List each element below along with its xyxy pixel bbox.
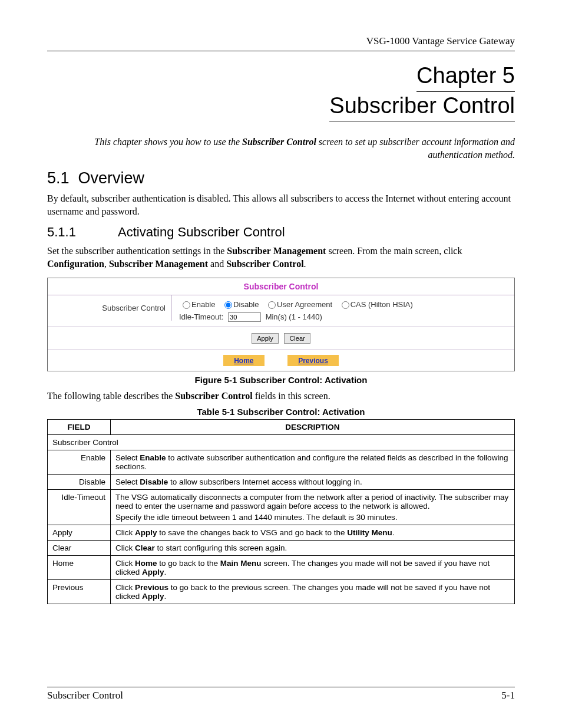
section-5.1-heading: 5.1 Overview [47, 169, 515, 187]
radio-cas-label: CAS (Hilton HSIA) [351, 300, 413, 309]
section-5.1.1-body: Set the subscriber authentication settin… [47, 245, 515, 270]
radio-agreement-input[interactable] [268, 301, 276, 309]
timeout-units: Min(s) (1 - 1440) [266, 312, 322, 321]
figure-link-row: Home Previous [48, 350, 514, 371]
radio-cas-input[interactable] [342, 301, 349, 309]
section-5.1.1-title: Activating Subscriber Control [118, 225, 285, 239]
s11-pre: Set the subscriber authentication settin… [47, 246, 227, 256]
en-post: to activate subscriber authentication an… [115, 453, 508, 471]
section-5.1.1-num: 5.1.1 [47, 225, 118, 240]
td-desc-disable: Select Disable to allow subscribers Inte… [111, 475, 515, 490]
td-desc-previous: Click Previous to go back to the previou… [111, 580, 515, 604]
figure-button-row: Apply Clear [48, 327, 514, 350]
td-span: Subscriber Control [48, 435, 515, 450]
s11-b1: Subscriber Management [227, 246, 326, 256]
s11-m3: and [208, 259, 226, 269]
footer-line: Subscriber Control 5-1 [47, 687, 515, 701]
footer-right: 5-1 [501, 690, 515, 701]
dis-post: to allow subscribers Internet access wit… [168, 477, 362, 486]
chapter-intro: This chapter shows you how to use the Su… [47, 136, 515, 161]
hm-b2: Main Menu [220, 559, 262, 568]
radio-agreement[interactable]: User Agreement [265, 300, 332, 309]
table-row-home: Home Click Home to go back to the Main M… [48, 556, 515, 580]
figure-radio-line: Enable Disable User Agreement CAS (Hilto… [179, 300, 507, 309]
cl-pre: Click [115, 543, 135, 552]
en-b1: Enable [140, 453, 166, 462]
radio-enable-input[interactable] [183, 301, 190, 309]
home-link-block: Home [223, 355, 264, 366]
s11-b3: Subscriber Management [109, 259, 208, 269]
radio-cas[interactable]: CAS (Hilton HSIA) [338, 300, 413, 309]
ap-mid: to save the changes back to VSG and go b… [157, 528, 348, 537]
hm-b1: Home [135, 559, 157, 568]
table-header-row: FIELD DESCRIPTION [48, 420, 515, 435]
header-product: VSG-1000 Vantage Service Gateway [47, 35, 515, 48]
table-row-clear: Clear Click Clear to start configuring t… [48, 541, 515, 556]
footer-left: Subscriber Control [47, 690, 123, 701]
td-field-idle: Idle-Timeout [48, 490, 111, 525]
td-field-apply: Apply [48, 525, 111, 541]
s11-m2: , [104, 259, 109, 269]
figure-5-1: Subscriber Control Subscriber Control En… [47, 278, 515, 371]
intro-suffix: screen to set up subscriber account info… [316, 137, 515, 160]
section-5.1-body: By default, subscriber authentication is… [47, 192, 515, 218]
radio-enable[interactable]: Enable [179, 300, 215, 309]
table-row-disable: Disable Select Disable to allow subscrib… [48, 475, 515, 490]
figure-caption: Figure 5-1 Subscriber Control: Activatio… [47, 375, 515, 385]
s11-end: . [304, 259, 306, 269]
en-pre: Select [115, 453, 140, 462]
chapter-line1: Chapter 5 [416, 62, 515, 92]
figure-row-label: Subscriber Control [48, 295, 172, 321]
figure-timeout-line: Idle-Timeout: Min(s) (1 - 1440) [179, 312, 507, 322]
radio-enable-label: Enable [191, 300, 215, 309]
ap-b2: Utility Menu [347, 528, 392, 537]
ap-b1: Apply [135, 528, 157, 537]
td-desc-apply: Click Apply to save the changes back to … [111, 525, 515, 541]
timeout-input[interactable] [228, 312, 261, 322]
figure-panel-title: Subscriber Control [48, 278, 514, 295]
radio-disable[interactable]: Disable [221, 300, 259, 309]
clear-button[interactable]: Clear [284, 333, 310, 344]
radio-disable-label: Disable [233, 300, 259, 309]
previous-link[interactable]: Previous [298, 357, 328, 365]
section-5.1.1-heading: 5.1.1Activating Subscriber Control [47, 225, 515, 240]
dis-pre: Select [115, 477, 140, 486]
ap-pre: Click [115, 528, 135, 537]
th-field: FIELD [48, 420, 111, 435]
table-intro-pre: The following table describes the [47, 391, 175, 401]
td-field-disable: Disable [48, 475, 111, 490]
previous-link-block: Previous [287, 355, 339, 366]
s11-b4: Subscriber Control [226, 259, 303, 269]
intro-prefix: This chapter shows you how to use the [94, 137, 242, 147]
pv-b2: Apply [142, 592, 164, 601]
td-field-enable: Enable [48, 450, 111, 475]
table-row-apply: Apply Click Apply to save the changes ba… [48, 525, 515, 541]
section-5.1-title: Overview [78, 169, 145, 187]
table-intro-b: Subscriber Control [175, 391, 252, 401]
td-field-previous: Previous [48, 580, 111, 604]
home-link[interactable]: Home [234, 357, 253, 365]
cl-b1: Clear [135, 543, 155, 552]
header-rule [47, 51, 515, 51]
hm-mid: to go back to the [157, 559, 220, 568]
table-row-previous: Previous Click Previous to go back to th… [48, 580, 515, 604]
cl-post: to start configuring this screen again. [155, 543, 287, 552]
chapter-line2: Subscriber Control [329, 92, 515, 122]
apply-button[interactable]: Apply [252, 333, 279, 344]
pv-b1: Previous [135, 583, 168, 592]
table-caption: Table 5-1 Subscriber Control: Activation [47, 407, 515, 417]
table-row-enable: Enable Select Enable to activate subscri… [48, 450, 515, 475]
idle-p1: The VSG automatically disconnects a comp… [115, 493, 510, 510]
section-5.1-num: 5.1 [47, 169, 70, 187]
th-desc: DESCRIPTION [111, 420, 515, 435]
pv-mid: to go back to the previous screen. The c… [115, 583, 490, 601]
td-desc-idle: The VSG automatically disconnects a comp… [111, 490, 515, 525]
pv-post: . [164, 592, 167, 601]
table-5-1: FIELD DESCRIPTION Subscriber Control Ena… [47, 419, 515, 604]
intro-bold: Subscriber Control [242, 137, 316, 147]
radio-disable-input[interactable] [224, 301, 232, 309]
td-field-home: Home [48, 556, 111, 580]
table-row-idle: Idle-Timeout The VSG automatically disco… [48, 490, 515, 525]
hm-b3: Apply [142, 568, 164, 577]
table-row-span: Subscriber Control [48, 435, 515, 450]
